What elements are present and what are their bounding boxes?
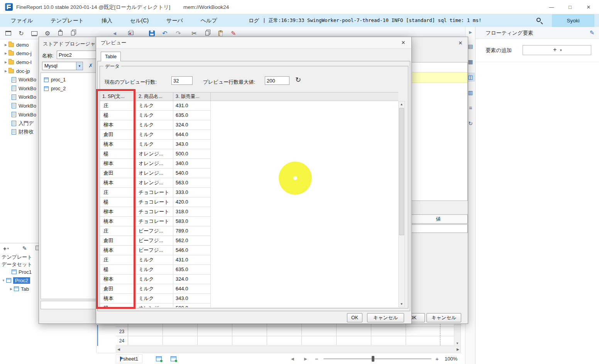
- refresh-icon: ↻: [19, 30, 24, 37]
- table-cell: 343.0: [173, 140, 211, 149]
- insert-sheet-button[interactable]: [156, 356, 162, 361]
- log-label: ログ: [249, 17, 259, 24]
- search-icon[interactable]: [536, 18, 543, 25]
- table-row[interactable]: 庄ミルク431.0: [100, 255, 398, 265]
- table-row[interactable]: 橋本ミルク343.0: [100, 294, 398, 303]
- current-rows-input[interactable]: [171, 76, 193, 85]
- menu-item-5[interactable]: ヘルプ: [201, 17, 217, 24]
- row-header-23[interactable]: 23: [116, 327, 128, 336]
- scroll-right-icon[interactable]: ▶: [457, 347, 459, 351]
- menu-item-2[interactable]: 挿入: [102, 17, 112, 24]
- scroll-up-icon[interactable]: ▲: [399, 103, 404, 106]
- sheet-tab[interactable]: sheet1: [116, 354, 142, 363]
- table-cell: 789.0: [173, 226, 211, 236]
- dialog-close-button[interactable]: ✕: [457, 40, 464, 47]
- table-row[interactable]: 橋本オレンジ...563.0: [100, 178, 398, 188]
- table-row[interactable]: 橋本チョコレート583.0: [100, 217, 398, 226]
- plus-icon: +: [553, 46, 557, 53]
- tree-item-label: demo: [16, 42, 29, 48]
- value-input[interactable]: [409, 224, 468, 233]
- column-header-1[interactable]: 2. 商品名...: [136, 93, 173, 101]
- app-logo-icon: [5, 3, 13, 11]
- collapse-icon[interactable]: ▼: [1, 279, 6, 282]
- refresh-preview-icon[interactable]: ↻: [295, 76, 301, 84]
- table-row[interactable]: 柳本ミルク324.0: [100, 275, 398, 284]
- insert-chart-sheet-button[interactable]: [171, 356, 176, 361]
- database-select[interactable]: Mysql ▾: [42, 62, 83, 70]
- edit-dataset-button[interactable]: ✎: [22, 244, 27, 252]
- expand-icon[interactable]: ▶: [8, 287, 14, 291]
- prev-sheet-button[interactable]: ◀: [291, 357, 294, 361]
- worksheet-horizontal-scrollbar[interactable]: ◀ ▶: [116, 346, 461, 352]
- table-row[interactable]: 楊オレンジ...500.0: [100, 303, 398, 307]
- scroll-down-icon[interactable]: ▼: [399, 302, 404, 306]
- expand-icon[interactable]: ▶: [3, 52, 8, 55]
- expand-icon[interactable]: ▶: [3, 43, 8, 47]
- table-row[interactable]: 庄ビーフジ...789.0: [100, 226, 398, 236]
- undo-icon: ↶: [162, 30, 167, 37]
- row-header-24[interactable]: 24: [116, 336, 128, 345]
- cancel-button[interactable]: キャンセル: [426, 313, 461, 322]
- monitor-icon: [31, 31, 37, 35]
- worksheet-vertical-scrollbar[interactable]: ▼: [454, 324, 461, 346]
- user-button[interactable]: Syoki: [552, 14, 594, 27]
- maximize-button[interactable]: □: [561, 0, 579, 14]
- add-element-dropdown[interactable]: + ▾: [523, 45, 591, 55]
- table-cell: 420.0: [173, 197, 211, 207]
- preview-button[interactable]: [29, 29, 39, 38]
- table-row[interactable]: 橋本ビーフジ...546.0: [100, 246, 398, 255]
- table-row[interactable]: 庄ミルク431.0: [100, 101, 398, 111]
- max-rows-input[interactable]: [265, 76, 289, 85]
- tab-table[interactable]: Table: [101, 52, 121, 61]
- minimize-button[interactable]: —: [543, 0, 560, 14]
- table-row[interactable]: 柳本チョコレート318.0: [100, 207, 398, 217]
- cancel-button[interactable]: キャンセル: [367, 313, 404, 322]
- table-row[interactable]: 庄チョコレート333.0: [100, 188, 398, 197]
- ok-button[interactable]: OK: [347, 313, 362, 322]
- edit-pencil-icon[interactable]: ✎: [589, 29, 594, 36]
- dialog-close-button[interactable]: ✕: [400, 39, 407, 46]
- zoom-in-button[interactable]: +: [435, 356, 439, 362]
- row-headers: 2324: [116, 324, 128, 345]
- table-row[interactable]: 楊オレンジ...500.0: [100, 149, 398, 159]
- preview-table-scrollbar[interactable]: ▲ ▼: [398, 101, 405, 307]
- table-cell: ミルク: [136, 120, 173, 130]
- expand-icon[interactable]: ▶: [3, 69, 8, 73]
- next-sheet-button[interactable]: ▶: [304, 357, 307, 361]
- table-row[interactable]: 柳本オレンジ...340.0: [100, 159, 398, 169]
- table-row[interactable]: 楊チョコレート420.0: [100, 197, 398, 207]
- call-statement-editor[interactable]: [409, 62, 468, 201]
- table-row[interactable]: 倉田オレンジ...540.0: [100, 169, 398, 178]
- procedure-item-1[interactable]: proc_2: [41, 84, 96, 93]
- table-row[interactable]: 楊ミルク635.0: [100, 111, 398, 120]
- table-row[interactable]: 倉田ビーフジ...562.0: [100, 236, 398, 246]
- table-row[interactable]: 楊ミルク635.0: [100, 265, 398, 275]
- table-row[interactable]: 橋本ミルク343.0: [100, 140, 398, 149]
- table-row[interactable]: 倉田ミルク644.0: [100, 284, 398, 294]
- datasets-section-label[interactable]: データセット: [2, 261, 32, 268]
- table-row[interactable]: 倉田ミルク644.0: [100, 130, 398, 140]
- menu-item-3[interactable]: セル(C): [130, 17, 149, 24]
- menu-item-1[interactable]: テンプレート: [51, 17, 84, 24]
- close-button[interactable]: ✕: [580, 0, 597, 14]
- switch-window-button[interactable]: [3, 29, 13, 38]
- refresh-button[interactable]: ↻: [16, 29, 26, 38]
- table-row[interactable]: 柳本ミルク324.0: [100, 120, 398, 130]
- zoom-out-button[interactable]: −: [315, 356, 318, 362]
- zoom-slider-thumb[interactable]: [372, 356, 374, 362]
- menu-item-0[interactable]: ファイル: [11, 17, 33, 24]
- scroll-down-icon[interactable]: ▼: [454, 342, 460, 345]
- column-header-2[interactable]: 3. 販売量...: [173, 93, 211, 101]
- clear-icon[interactable]: ✗: [88, 62, 93, 69]
- zoom-slider-track[interactable]: [323, 358, 431, 359]
- scroll-left-icon[interactable]: ◀: [117, 347, 120, 351]
- scrollbar-thumb[interactable]: [399, 108, 404, 235]
- right-panel-header: フローティング要素 ✎: [475, 27, 599, 39]
- menu-item-4[interactable]: サーバ: [166, 17, 183, 24]
- expand-right-pane-button[interactable]: ▶: [467, 30, 474, 37]
- templates-section-label[interactable]: テンプレート: [2, 254, 32, 261]
- add-dataset-button[interactable]: +▾: [3, 244, 9, 252]
- procedure-item-0[interactable]: proc_1: [41, 75, 96, 84]
- expand-icon[interactable]: ▶: [3, 61, 8, 64]
- right-panel-title: フローティング要素: [486, 27, 533, 39]
